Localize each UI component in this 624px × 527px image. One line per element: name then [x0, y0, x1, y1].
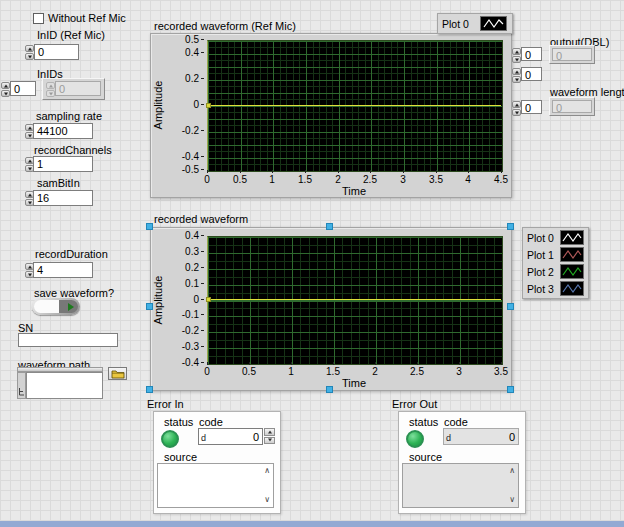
source-input[interactable]: ∧ ∨ [157, 463, 274, 508]
scroll-down-icon[interactable]: ∨ [264, 496, 270, 504]
legend-row[interactable]: Plot 3 [524, 280, 587, 297]
waveform-length-index-input[interactable]: 0 [521, 100, 542, 114]
code-label: code [444, 417, 468, 428]
graph1-x-tick: 4.5 [486, 174, 516, 185]
graph2-legend[interactable]: Plot 0 Plot 1 Plot 2 Plot 3 [522, 227, 589, 299]
code-increment-decrement[interactable] [264, 428, 275, 444]
graph1-y-tick: -0.2 [168, 125, 204, 136]
selection-handle[interactable] [326, 386, 333, 393]
legend-row[interactable]: Plot 1 [524, 246, 587, 263]
error-out-cluster: status code d 0 source ∧ ∨ [398, 411, 526, 514]
graph1-y-tick: 0.5 [168, 34, 204, 45]
graph1-x-tick: 1 [257, 174, 287, 185]
graph1-x-axis-label: Time [334, 186, 374, 197]
plot-line-style-icon[interactable] [560, 264, 584, 279]
plot-line-style-icon[interactable] [560, 247, 584, 262]
inids-element-input[interactable]: 0 [55, 81, 101, 96]
selection-handle[interactable] [326, 223, 333, 230]
output-dbl-index-row-increment-decrement[interactable] [512, 48, 521, 63]
graph2-y-tick: 0.2 [168, 262, 204, 273]
graph1-data-point-marker [206, 103, 211, 108]
graph2-y-tick: 0.3 [168, 246, 204, 257]
output-dbl-index-col-increment-decrement[interactable] [512, 68, 521, 83]
graph1-plot-area[interactable] [207, 40, 503, 172]
sam-bit-in-input[interactable]: 16 [33, 190, 93, 206]
save-waveform-toggle-face [34, 300, 78, 313]
legend-row[interactable]: Plot 0 [439, 15, 511, 32]
sampling-rate-label: sampling rate [36, 111, 102, 122]
radix-indicator[interactable]: d [201, 434, 206, 443]
record-channels-input[interactable]: 1 [33, 156, 93, 172]
plot-line-style-icon[interactable] [560, 230, 584, 245]
selection-handle[interactable] [507, 303, 514, 310]
path-type-icon [17, 372, 26, 399]
plot-line-style-icon[interactable] [560, 281, 584, 296]
error-in-title: Error In [147, 399, 184, 410]
graph2-x-tick: 3.5 [486, 366, 516, 377]
plot-legend-label: Plot 0 [442, 18, 475, 30]
inid-input[interactable]: 0 [34, 44, 79, 60]
code-value: 0 [253, 431, 259, 443]
graph2-y-tick: 0 [168, 294, 204, 305]
graph1-x-tick: 4 [453, 174, 483, 185]
scroll-up-icon[interactable]: ∧ [509, 467, 515, 475]
graph2-y-tick: 0.1 [168, 278, 204, 289]
graph2-plot-area[interactable] [207, 236, 503, 365]
graph1-y-tick: 0.4 [168, 47, 204, 58]
record-duration-label: recordDuration [35, 249, 108, 260]
radix-indicator: d [446, 434, 451, 443]
record-duration-input[interactable]: 4 [33, 262, 93, 278]
browse-button[interactable] [108, 367, 127, 380]
selection-handle[interactable] [146, 303, 153, 310]
selection-handle[interactable] [146, 386, 153, 393]
without-ref-mic-checkbox[interactable] [33, 13, 44, 24]
scroll-up-icon[interactable]: ∧ [264, 467, 270, 475]
graph1-x-tick: 0.5 [225, 174, 255, 185]
output-dbl-index-row-input[interactable]: 0 [521, 47, 542, 61]
graph1-x-tick: 3.5 [421, 174, 451, 185]
graph1-y-tick: 0.2 [168, 73, 204, 84]
scroll-down-icon[interactable]: ∨ [509, 496, 515, 504]
graph1-y-tick: -0.4 [168, 151, 204, 162]
source-indicator: ∧ ∨ [402, 463, 519, 508]
waveform-length-index-increment-decrement[interactable] [512, 101, 521, 116]
graph1-legend[interactable]: Plot 0 [437, 13, 513, 34]
graph1-title: recorded waveform (Ref Mic) [154, 21, 296, 32]
inids-index-input[interactable]: 0 [10, 81, 36, 96]
legend-row[interactable]: Plot 2 [524, 263, 587, 280]
graph2-data-point-marker [206, 297, 211, 302]
sn-input[interactable] [18, 333, 118, 347]
graph2-y-axis-label: Amplitude [150, 245, 166, 355]
source-label: source [409, 452, 442, 463]
graph2-title: recorded waveform [154, 214, 248, 225]
selection-handle[interactable] [146, 223, 153, 230]
legend-row[interactable]: Plot 0 [524, 229, 587, 246]
graph2-x-axis-label: Time [334, 378, 374, 389]
waveform-path-input[interactable] [26, 372, 103, 399]
graph2-x-tick: 1.5 [318, 366, 348, 377]
graph2-x-tick: 0.5 [234, 366, 264, 377]
save-waveform-toggle[interactable] [32, 298, 80, 315]
selection-handle[interactable] [507, 223, 514, 230]
selection-handle[interactable] [507, 386, 514, 393]
toggle-arrow-icon [68, 303, 74, 311]
inid-increment-decrement[interactable] [25, 45, 34, 60]
graph2-x-tick: 1 [276, 366, 306, 377]
graph1-waveform-line [209, 105, 501, 106]
graph1-x-tick: 1.5 [290, 174, 320, 185]
code-label: code [199, 417, 223, 428]
code-input[interactable]: d 0 [198, 428, 263, 445]
waveform-path-control[interactable] [17, 367, 103, 399]
plot-line-style-icon[interactable] [480, 16, 507, 31]
graph2-x-tick: 3 [444, 366, 474, 377]
output-dbl-index-col-input[interactable]: 0 [521, 67, 542, 81]
graph2-y-tick: -0.3 [168, 341, 204, 352]
graph2-y-tick: 0.4 [168, 230, 204, 241]
sam-bit-in-label: samBitIn [37, 178, 80, 189]
inids-element-increment-decrement[interactable] [46, 82, 55, 97]
status-label: status [409, 417, 438, 428]
sampling-rate-input[interactable]: 44100 [33, 123, 93, 139]
status-led[interactable] [161, 430, 179, 448]
inids-index-increment-decrement[interactable] [1, 82, 10, 97]
window-horizontal-scrollbar[interactable] [0, 521, 624, 527]
